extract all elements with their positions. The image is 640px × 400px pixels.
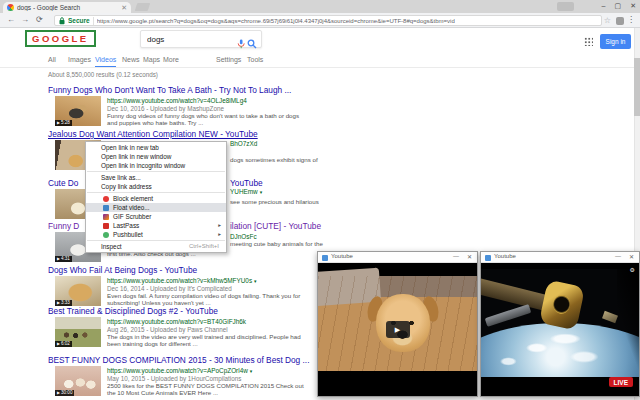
result-description: 2500 likes for the BEST FUNNY DOGS COMPI… (107, 382, 305, 396)
sign-in-button[interactable]: Sign in (600, 34, 631, 49)
tab-title: dogs - Google Search (17, 4, 118, 11)
result-dropdown-icon[interactable]: ▾ (250, 368, 253, 374)
tab-settings[interactable]: Settings (216, 56, 241, 63)
extension-icon[interactable] (616, 17, 624, 25)
tab-strip-extra-button[interactable] (557, 2, 574, 11)
result-title-link[interactable]: Best Trained & Disciplined Dogs #2 - You… (48, 306, 218, 316)
menu-item-inspect[interactable]: Inspect Ctrl+Shift+I (86, 242, 226, 251)
search-box (140, 30, 262, 48)
duration-badge: 6:02 (55, 341, 72, 347)
back-icon[interactable]: ← (7, 15, 15, 25)
float-window-titlebar[interactable]: Youtube — ✕ (481, 252, 639, 263)
result-title-link[interactable]: ilation [CUTE] - YouTube (230, 221, 321, 231)
live-badge: LIVE (609, 377, 633, 387)
scrollbar-thumb[interactable] (634, 58, 640, 116)
result-title-link[interactable]: BEST FUNNY DOGS COMPILATION 2015 - 30 Mi… (48, 355, 309, 365)
float-video-window-iss[interactable]: Youtube — ✕ ⚙ LIVE (480, 251, 640, 397)
reload-icon[interactable]: ⟳ (36, 15, 43, 25)
menu-separator (87, 171, 225, 172)
browser-menu-icon[interactable]: ⋮ (627, 15, 635, 24)
search-input[interactable] (147, 32, 232, 46)
result-title-link[interactable]: Cute Do (48, 178, 78, 188)
menu-item-block-element[interactable]: Block element (86, 194, 226, 203)
microphone-icon[interactable] (237, 35, 245, 53)
result-title-link[interactable]: YouTube (230, 178, 263, 188)
frame-shadow (617, 269, 639, 377)
result-url: https://www.youtube.com/watch?v=BT40GiFJ… (107, 318, 246, 325)
result-description: dogs sometimes exhibit signs of (230, 156, 326, 163)
tab-maps[interactable]: Maps (143, 56, 160, 63)
address-bar[interactable]: Secure https://www.google.pt/search?q=do… (54, 15, 602, 26)
menu-item-open-incognito[interactable]: Open link in incognito window (86, 161, 226, 170)
minimize-window-icon[interactable]: — (615, 253, 621, 259)
forward-icon[interactable]: → (21, 15, 29, 25)
video-player[interactable]: ▶ (318, 263, 477, 396)
result-title-link[interactable]: Jealous Dog Want Attention Compilation N… (48, 129, 258, 139)
close-window-icon[interactable]: ✕ (629, 253, 634, 260)
google-apps-grid-icon[interactable] (584, 37, 593, 46)
search-icon[interactable] (247, 35, 257, 53)
result-url-fragment: DJnOsFc (230, 233, 257, 240)
menu-item-save-link-as[interactable]: Save link as... (86, 173, 226, 182)
pushbullet-icon (103, 232, 109, 238)
minimize-window-icon[interactable]: – (602, 1, 606, 11)
menu-item-open-new-window[interactable]: Open link in new window (86, 152, 226, 161)
menu-separator (87, 240, 225, 241)
duration-badge: 4:31 (55, 256, 72, 262)
new-tab-button[interactable] (135, 3, 151, 11)
tab-news[interactable]: News (122, 56, 140, 63)
bookmark-star-icon[interactable]: ☆ (604, 16, 611, 25)
station-part (602, 311, 618, 323)
close-window-icon[interactable]: ✕ (467, 253, 472, 260)
video-player[interactable]: ⚙ LIVE (481, 263, 639, 396)
result-description: The dogs in the video are very well trai… (107, 333, 305, 347)
tab-close-icon[interactable]: ✕ (121, 4, 127, 11)
menu-item-pushbullet[interactable]: Pushbullet ▸ (86, 230, 226, 239)
result-meta: Dec 10, 2016 - Uploaded by MashupZone (107, 105, 224, 112)
result-title-link[interactable]: Dogs Who Fail At Being Dogs - YouTube (48, 265, 197, 275)
duration-badge: 30:00 (55, 390, 74, 396)
close-window-icon[interactable]: ✕ (630, 1, 636, 11)
secure-padlock-icon (59, 17, 65, 25)
submenu-arrow-icon: ▸ (218, 221, 221, 230)
video-thumbnail[interactable]: 3:33 (55, 276, 101, 306)
result-title-link[interactable]: Funny D (48, 221, 79, 231)
float-window-title: Youtube (331, 253, 353, 259)
result-stats: About 8,550,000 results (0.12 seconds) (48, 71, 158, 78)
submenu-arrow-icon: ▸ (218, 230, 221, 239)
result-meta: Aug 26, 2015 - Uploaded by Paws Channel (107, 326, 228, 333)
tab-images[interactable]: Images (68, 56, 91, 63)
float-window-title: Youtube (494, 253, 516, 259)
youtube-window-icon (485, 255, 491, 261)
float-window-titlebar[interactable]: Youtube — ✕ (318, 252, 477, 263)
menu-item-gif-scrubber[interactable]: GIF Scrubber (86, 212, 226, 221)
result-title-link[interactable]: Funny Dogs Who Don't Want To Take A Bath… (48, 85, 291, 95)
video-thumbnail[interactable]: 6:02 (55, 317, 101, 347)
google-doodle-logo[interactable]: GOOGLE (25, 30, 96, 47)
maximize-window-icon[interactable]: ▢ (615, 1, 622, 11)
result-description: meeting cute baby animals for the (230, 240, 326, 247)
duration-badge: 5:28 (55, 120, 72, 126)
gear-icon[interactable]: ⚙ (630, 266, 635, 273)
video-thumbnail[interactable]: 30:00 (55, 366, 101, 396)
menu-item-lastpass[interactable]: LastPass ▸ (86, 221, 226, 230)
menu-item-copy-link-address[interactable]: Copy link address (86, 182, 226, 191)
menu-item-open-new-tab[interactable]: Open link in new tab (86, 143, 226, 152)
browser-tab[interactable]: dogs - Google Search ✕ (3, 2, 131, 13)
menu-item-float-video[interactable]: Float video... (86, 203, 226, 212)
result-dropdown-icon[interactable]: ▾ (254, 278, 257, 284)
result-meta: May 10, 2015 - Uploaded by 1HourCompilat… (107, 375, 241, 382)
tab-all[interactable]: All (48, 56, 56, 63)
video-thumbnail[interactable]: 5:28 (55, 96, 101, 126)
context-menu: Open link in new tab Open link in new wi… (85, 141, 227, 253)
tab-tools[interactable]: Tools (247, 56, 263, 63)
secure-label: Secure (68, 17, 90, 24)
result-description: Even dogs fail. A funny compilation vide… (107, 292, 305, 306)
result-meta: Dec 16, 2014 - Uploaded by It's Complica… (107, 285, 232, 292)
tab-more[interactable]: More (163, 56, 179, 63)
result-dropdown-icon[interactable]: ▾ (260, 189, 263, 195)
minimize-window-icon[interactable]: — (453, 253, 459, 259)
adblock-icon (103, 196, 109, 202)
float-video-window-dog[interactable]: Youtube — ✕ ▶ (317, 251, 478, 397)
play-button[interactable]: ▶ (386, 321, 410, 338)
